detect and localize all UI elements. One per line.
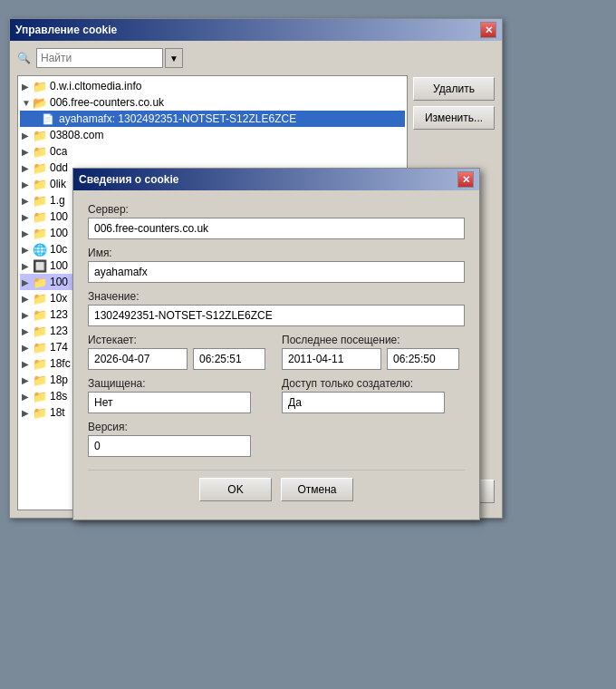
tree-item-label: 18fc <box>50 357 71 370</box>
folder-icon: 📁 <box>33 357 47 370</box>
tree-arrow: ▶ <box>22 131 33 141</box>
server-label: Сервер: <box>88 203 465 216</box>
folder-icon: 📁 <box>33 341 47 354</box>
tree-arrow: ▶ <box>22 212 33 222</box>
folder-icon: 📁 <box>33 145 47 158</box>
folder-icon: 📁 <box>33 374 47 386</box>
security-row: Защищена: Доступ только создателю: <box>88 377 465 413</box>
lastvisit-date-input[interactable] <box>282 348 381 370</box>
tree-arrow: ▼ <box>22 98 33 108</box>
detail-content-area: Сервер: Имя: Значение: Истекает: Последн… <box>73 190 479 519</box>
tree-arrow: ▶ <box>22 147 33 157</box>
tree-arrow: ▶ <box>22 82 33 92</box>
tree-item-label: 123 <box>50 325 68 337</box>
delete-button[interactable]: Удалить <box>413 77 495 101</box>
tree-item-label: 18t <box>50 406 65 419</box>
tree-item-label: 0.w.i.cltomedia.info <box>50 80 141 92</box>
folder-icon: 📁 <box>33 227 47 239</box>
tree-arrow: ▶ <box>22 261 33 271</box>
folder-icon: 📁 <box>33 129 47 141</box>
search-icon: 🔍 <box>17 52 31 64</box>
folder-icon: 📁 <box>33 210 47 223</box>
tree-item-label: 18p <box>50 374 68 386</box>
creator-only-input[interactable] <box>282 392 445 413</box>
tree-arrow: ▶ <box>22 326 33 336</box>
lastvisit-group: Последнее посещение: <box>282 334 465 370</box>
folder-icon: 🔲 <box>33 259 47 272</box>
value-label: Значение: <box>88 290 465 303</box>
tree-arrow: ▶ <box>22 245 33 255</box>
name-label: Имя: <box>88 247 465 259</box>
tree-item-label: ayahamafx: 1302492351-NOTSET-S12ZLE6ZCE <box>59 112 296 125</box>
tree-item-03808[interactable]: ▶ 📁 03808.com <box>20 127 405 143</box>
tree-arrow: ▶ <box>22 343 33 353</box>
folder-icon: 📁 <box>33 390 47 403</box>
edit-button[interactable]: Изменить... <box>413 106 495 130</box>
expires-label: Истекает: <box>88 334 271 346</box>
file-icon: 📄 <box>42 112 56 125</box>
tree-item-label: 174 <box>50 341 68 354</box>
cancel-button[interactable]: Отмена <box>281 478 353 501</box>
tree-arrow: ▶ <box>22 228 33 238</box>
tree-item-label: 10x <box>50 292 67 305</box>
tree-item-label: 100 <box>50 276 68 288</box>
tree-arrow: ▶ <box>22 180 33 189</box>
tree-item-label: 0ca <box>50 145 67 158</box>
tree-arrow: ▶ <box>22 359 33 369</box>
tree-arrow: ▶ <box>22 392 33 402</box>
lastvisit-label: Последнее посещение: <box>282 334 465 346</box>
expires-date-input[interactable] <box>88 348 188 370</box>
detail-close-button[interactable]: ✕ <box>457 171 474 188</box>
tree-arrow: ▶ <box>22 375 33 385</box>
protected-input[interactable] <box>88 392 251 413</box>
lastvisit-date-row <box>282 348 465 370</box>
tree-item-label: 123 <box>50 308 68 321</box>
tree-arrow: ▶ <box>22 310 33 320</box>
tree-item-label: 10c <box>50 243 67 256</box>
tree-item-label: 006.free-counters.co.uk <box>50 96 164 109</box>
tree-item-0ca[interactable]: ▶ 📁 0ca <box>20 143 405 160</box>
lastvisit-time-input[interactable] <box>387 348 459 370</box>
search-input[interactable] <box>36 48 163 68</box>
folder-icon: 📁 <box>33 276 47 288</box>
tree-item-0wi[interactable]: ▶ 📁 0.w.i.cltomedia.info <box>20 78 405 94</box>
tree-item-006[interactable]: ▼ 📂 006.free-counters.co.uk <box>20 94 405 111</box>
main-dialog-title: Управление cookie <box>15 24 117 36</box>
search-bar: 🔍 ▼ <box>17 48 495 68</box>
tree-item-ayahamafx[interactable]: 📄 ayahamafx: 1302492351-NOTSET-S12ZLE6ZC… <box>20 111 405 127</box>
tree-arrow: ▶ <box>22 277 33 287</box>
detail-dialog-buttons: OK Отмена <box>88 470 465 510</box>
folder-special-icon: 🌐 <box>33 243 47 256</box>
main-close-button[interactable]: ✕ <box>480 22 496 38</box>
folder-open-icon: 📂 <box>33 96 47 109</box>
tree-item-label: 100 <box>50 227 68 239</box>
tree-item-label: 03808.com <box>50 129 103 141</box>
protected-group: Защищена: <box>88 377 271 413</box>
name-input[interactable] <box>88 261 465 283</box>
ok-button[interactable]: OK <box>199 478 272 501</box>
value-input[interactable] <box>88 305 465 326</box>
folder-icon: 📁 <box>33 194 47 207</box>
tree-arrow <box>31 114 42 124</box>
value-field-group: Значение: <box>88 290 465 326</box>
main-title-bar: Управление cookie ✕ <box>10 19 502 41</box>
folder-icon: 📁 <box>33 325 47 337</box>
tree-arrow: ▶ <box>22 163 33 173</box>
version-input[interactable] <box>88 435 251 457</box>
tree-arrow: ▶ <box>22 196 33 206</box>
server-input[interactable] <box>88 218 465 239</box>
folder-icon: 📁 <box>33 161 47 174</box>
tree-item-label: 1.g <box>50 194 65 207</box>
version-field-group: Версия: <box>88 421 465 457</box>
detail-title-bar: Сведения о cookie ✕ <box>73 169 479 190</box>
detail-dialog: Сведения о cookie ✕ Сервер: Имя: Значени… <box>72 168 480 520</box>
expires-time-input[interactable] <box>193 348 265 370</box>
folder-icon: 📁 <box>33 178 47 190</box>
expires-date-row <box>88 348 271 370</box>
tree-item-label: 18s <box>50 390 67 403</box>
detail-dialog-title: Сведения о cookie <box>79 173 179 186</box>
version-label: Версия: <box>88 421 465 433</box>
search-dropdown-button[interactable]: ▼ <box>165 48 183 68</box>
folder-icon: 📁 <box>33 406 47 419</box>
dates-row: Истекает: Последнее посещение: <box>88 334 465 370</box>
